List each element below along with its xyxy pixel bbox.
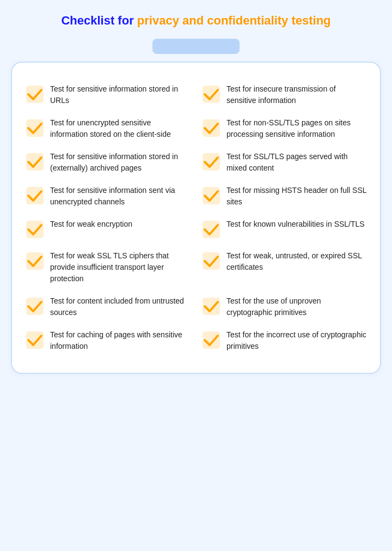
list-item: Test for missing HSTS header on full SSL… — [201, 179, 367, 213]
item-label: Test for caching of pages with sensitive… — [50, 329, 191, 352]
item-label: Test for weak SSL TLS ciphers that provi… — [50, 250, 191, 284]
checkbox-icon — [25, 296, 45, 316]
item-label: Test for weak, untrusted, or expired SSL… — [226, 250, 367, 273]
list-item: Test for weak, untrusted, or expired SSL… — [201, 245, 367, 290]
item-label: Test for insecure transmission of sensit… — [226, 83, 367, 106]
page-title: Checklist for privacy and confidentialit… — [61, 13, 330, 29]
list-item: Test for non-SSL/TLS pages on sites proc… — [201, 112, 367, 146]
checklist-grid: Test for sensitive information stored in… — [25, 78, 367, 358]
item-label: Test for sensitive information stored in… — [50, 83, 191, 106]
item-label: Test for the incorrect use of cryptograp… — [226, 329, 367, 352]
checkbox-icon — [201, 186, 221, 205]
checkbox-icon — [25, 152, 45, 172]
checkbox-icon — [25, 84, 45, 104]
checkbox-icon — [25, 118, 45, 138]
list-item: Test for known vulnerabilities in SSL/TL… — [201, 213, 367, 245]
list-item: Test for weak SSL TLS ciphers that provi… — [25, 245, 191, 290]
checkbox-icon — [201, 220, 221, 239]
list-item: Test for SSL/TLS pages served with mixed… — [201, 146, 367, 179]
list-item: Test for sensitive information stored in… — [25, 146, 191, 179]
checkbox-icon — [201, 84, 221, 104]
checkbox-icon — [25, 186, 45, 205]
item-label: Test for known vulnerabilities in SSL/TL… — [226, 219, 365, 230]
list-item: Test for the use of unproven cryptograph… — [201, 290, 367, 324]
item-label: Test for weak encryption — [50, 219, 132, 230]
checkbox-icon — [201, 330, 221, 350]
list-item: Test for caching of pages with sensitive… — [25, 324, 191, 358]
item-label: Test for missing HSTS header on full SSL… — [226, 185, 367, 208]
list-item: Test for unencrypted sensitive informati… — [25, 112, 191, 146]
checkbox-icon — [25, 220, 45, 239]
checklist-card: Test for sensitive information stored in… — [11, 62, 381, 374]
checkbox-icon — [25, 251, 45, 271]
checkbox-icon — [201, 251, 221, 271]
checkbox-icon — [201, 118, 221, 138]
list-item: Test for sensitive information stored in… — [25, 78, 191, 112]
item-label: Test for sensitive information sent via … — [50, 185, 191, 208]
list-item: Test for sensitive information sent via … — [25, 179, 191, 213]
tab-bar — [152, 39, 240, 54]
item-label: Test for unencrypted sensitive informati… — [50, 117, 191, 140]
list-item: Test for content included from untrusted… — [25, 290, 191, 324]
item-label: Test for non-SSL/TLS pages on sites proc… — [226, 117, 367, 140]
list-item: Test for insecure transmission of sensit… — [201, 78, 367, 112]
checkbox-icon — [201, 152, 221, 172]
item-label: Test for SSL/TLS pages served with mixed… — [226, 151, 367, 174]
checkbox-icon — [25, 330, 45, 350]
checkbox-icon — [201, 296, 221, 316]
list-item: Test for weak encryption — [25, 213, 191, 245]
item-label: Test for sensitive information stored in… — [50, 151, 191, 174]
list-item: Test for the incorrect use of cryptograp… — [201, 324, 367, 358]
item-label: Test for the use of unproven cryptograph… — [226, 295, 367, 318]
item-label: Test for content included from untrusted… — [50, 295, 191, 318]
